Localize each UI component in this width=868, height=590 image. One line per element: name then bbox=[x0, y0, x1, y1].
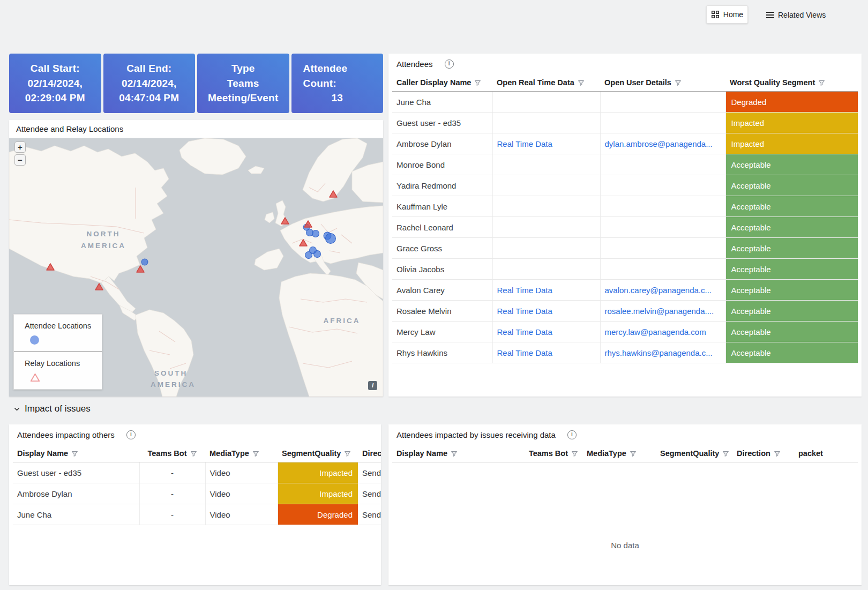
impacted-title: Attendees impacted by issues receiving d… bbox=[396, 430, 556, 439]
quality-badge: Impacted bbox=[726, 113, 858, 133]
map-attribution-button[interactable]: i bbox=[368, 381, 377, 390]
filter-funnel-icon[interactable] bbox=[71, 450, 78, 457]
summary-card-line: Attendee bbox=[291, 61, 384, 76]
direction-cell: Send bbox=[358, 462, 381, 483]
filter-funnel-icon[interactable] bbox=[474, 79, 481, 86]
summary-card-line: 02:29:04 PM bbox=[9, 91, 101, 106]
direction-cell: Send bbox=[358, 504, 381, 525]
zoom-in-button[interactable]: + bbox=[14, 141, 26, 153]
column-header: Direction bbox=[732, 444, 794, 462]
column-header-label: Display Name bbox=[17, 449, 68, 458]
relay-marker bbox=[299, 239, 308, 247]
table-row: Ambrose Dylan-VideoImpactedSend bbox=[13, 483, 381, 504]
legend-item-label: Attendee Locations bbox=[25, 322, 102, 330]
home-button[interactable]: Home bbox=[706, 5, 748, 24]
open-real-time-data-cell bbox=[492, 113, 600, 133]
map-region-label: AMERICA bbox=[81, 242, 126, 250]
summary-card-call-end: Call End:02/14/2024,04:47:04 PM bbox=[103, 54, 196, 113]
worst-quality-segment-cell: Acceptable bbox=[725, 217, 858, 238]
column-header: Worst Quality Segment bbox=[725, 73, 858, 92]
real-time-data-link[interactable]: Real Time Data bbox=[497, 327, 552, 337]
column-header: MediaType bbox=[205, 444, 278, 462]
quality-badge: Acceptable bbox=[726, 259, 858, 279]
summary-card-line: Teams bbox=[197, 76, 289, 91]
user-details-link[interactable]: dylan.ambrose@panagenda... bbox=[605, 139, 713, 148]
caller-display-name: Rosalee Melvin bbox=[392, 301, 492, 322]
column-header: Caller Display Name bbox=[392, 73, 492, 92]
real-time-data-link[interactable]: Real Time Data bbox=[497, 139, 552, 148]
filter-funnel-icon[interactable] bbox=[675, 79, 682, 86]
filter-funnel-icon[interactable] bbox=[451, 450, 458, 457]
world-map[interactable]: NORTHAMERICASOUTHAMERICAAFRICA + − Atten… bbox=[9, 138, 383, 397]
caller-display-name: Rhys Hawkins bbox=[392, 342, 492, 363]
open-real-time-data-cell: Real Time Data bbox=[492, 280, 600, 301]
table-row: June ChaDegraded bbox=[392, 92, 858, 113]
filter-funnel-icon[interactable] bbox=[252, 450, 259, 457]
impact-of-issues-header[interactable]: Impact of issues bbox=[13, 404, 91, 414]
caller-display-name: Avalon Carey bbox=[392, 280, 492, 301]
relay-marker bbox=[46, 263, 55, 271]
filter-funnel-icon[interactable] bbox=[190, 450, 197, 457]
caller-display-name: Rachel Leonard bbox=[392, 217, 492, 238]
column-header-label: Open User Details bbox=[604, 78, 671, 87]
info-icon[interactable]: i bbox=[126, 430, 136, 439]
user-details-link[interactable]: rosalee.melvin@panagenda.... bbox=[605, 307, 714, 316]
column-header: Display Name bbox=[13, 444, 139, 462]
column-header: Open Real Time Data bbox=[492, 73, 600, 92]
attendee-marker bbox=[305, 251, 312, 259]
open-user-details-cell bbox=[600, 196, 725, 217]
caller-display-name: Kauffman Lyle bbox=[392, 196, 492, 217]
column-header-label: SegmentQuality bbox=[282, 449, 341, 458]
table-row: Rosalee MelvinReal Time Datarosalee.melv… bbox=[392, 301, 858, 322]
media-type-cell: Video bbox=[205, 483, 278, 504]
open-user-details-cell bbox=[600, 154, 725, 175]
triangle-marker-icon bbox=[30, 373, 102, 382]
open-real-time-data-cell bbox=[492, 217, 600, 238]
segment-quality-cell: Impacted bbox=[278, 462, 358, 483]
info-icon[interactable]: i bbox=[567, 430, 577, 439]
table-row: Rachel LeonardAcceptable bbox=[392, 217, 858, 238]
map-legend: Attendee LocationsRelay Locations bbox=[13, 314, 102, 390]
attendee-marker bbox=[312, 230, 319, 237]
relay-marker bbox=[329, 190, 338, 198]
user-details-link[interactable]: avalon.carey@panagenda.c... bbox=[605, 286, 712, 295]
worst-quality-segment-cell: Acceptable bbox=[725, 322, 858, 342]
info-icon[interactable]: i bbox=[445, 59, 454, 69]
map-region-label: NORTH bbox=[87, 230, 121, 238]
open-real-time-data-cell bbox=[492, 154, 600, 175]
impacting-table: Display NameTeams BotMediaTypeSegmentQua… bbox=[13, 444, 381, 525]
real-time-data-link[interactable]: Real Time Data bbox=[497, 348, 552, 357]
column-header: Teams Bot bbox=[139, 444, 205, 462]
real-time-data-link[interactable]: Real Time Data bbox=[497, 286, 552, 295]
column-header-label: Direction bbox=[737, 449, 770, 458]
table-row: Mercy LawReal Time Datamercy.law@panagen… bbox=[392, 322, 858, 342]
related-views-button[interactable]: Related Views bbox=[763, 8, 829, 22]
quality-badge: Acceptable bbox=[726, 342, 858, 363]
column-header-label: Teams Bot bbox=[147, 449, 186, 458]
filter-funnel-icon[interactable] bbox=[571, 450, 578, 457]
filter-funnel-icon[interactable] bbox=[578, 79, 585, 86]
open-user-details-cell: rhys.hawkins@panagenda.c... bbox=[600, 342, 725, 363]
chevron-down-icon bbox=[13, 406, 20, 413]
summary-card-line: Type bbox=[197, 61, 289, 76]
zoom-out-button[interactable]: − bbox=[14, 154, 26, 166]
real-time-data-link[interactable]: Real Time Data bbox=[497, 307, 552, 316]
call-detail-dashboard: Home Related Views Call Start:02/14/2024… bbox=[0, 0, 868, 590]
column-header: MediaType bbox=[582, 444, 656, 462]
user-details-link[interactable]: mercy.law@panagenda.com bbox=[605, 327, 706, 337]
worst-quality-segment-cell: Acceptable bbox=[725, 154, 858, 175]
worst-quality-segment-cell: Acceptable bbox=[725, 238, 858, 259]
relay-marker bbox=[281, 217, 290, 225]
filter-funnel-icon[interactable] bbox=[722, 450, 729, 457]
worst-quality-segment-cell: Degraded bbox=[725, 92, 858, 113]
attendees-panel: Attendees i Caller Display NameOpen Real… bbox=[388, 54, 862, 397]
filter-funnel-icon[interactable] bbox=[630, 450, 637, 457]
filter-funnel-icon[interactable] bbox=[344, 450, 351, 457]
summary-card-call-start: Call Start:02/14/2024,02:29:04 PM bbox=[9, 54, 101, 113]
filter-funnel-icon[interactable] bbox=[774, 450, 781, 457]
filter-funnel-icon[interactable] bbox=[818, 79, 825, 86]
quality-badge: Acceptable bbox=[726, 154, 858, 175]
display-name-cell: Guest user - ed35 bbox=[13, 462, 139, 483]
summary-card-line: Call Start: bbox=[9, 61, 101, 76]
user-details-link[interactable]: rhys.hawkins@panagenda.c... bbox=[605, 348, 713, 357]
